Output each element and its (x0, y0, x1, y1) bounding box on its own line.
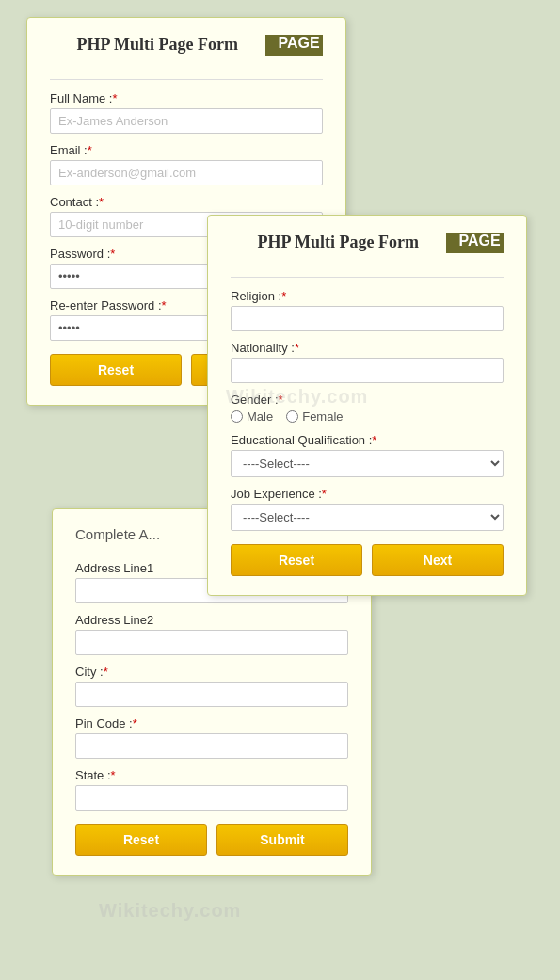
page2-next-button[interactable]: Next (372, 544, 504, 576)
gender-female-label[interactable]: Female (286, 410, 343, 424)
page3-reset-button[interactable]: Reset (75, 824, 207, 856)
jobexp-label: Job Experience :* (231, 487, 504, 501)
gender-female-radio[interactable] (286, 410, 298, 423)
education-label: Educational Qualification :* (231, 433, 504, 447)
page2-badge: PAGE 2 (446, 233, 504, 253)
state-label: State :* (75, 768, 348, 782)
page3-submit-button[interactable]: Submit (216, 824, 348, 856)
page2-card: PAGE 2 PHP Multi Page Form Religion :* N… (207, 215, 527, 596)
page3-buttons: Reset Submit (75, 824, 348, 856)
page1-badge: PAGE 1 (265, 35, 324, 56)
watermark-bottom: Wikitechy.com (99, 900, 241, 922)
email-input[interactable] (50, 160, 323, 185)
state-input[interactable] (75, 785, 348, 811)
email-group: Email :* (50, 143, 323, 185)
religion-input[interactable] (231, 306, 504, 331)
gender-options: Male Female (231, 410, 504, 424)
gender-label: Gender :* (231, 393, 504, 407)
fullname-input[interactable] (50, 108, 323, 134)
religion-label: Religion :* (231, 289, 504, 303)
address2-label: Address Line2 (75, 613, 348, 627)
jobexp-group: Job Experience :* ----Select---- (231, 487, 504, 531)
address2-input[interactable] (75, 630, 348, 655)
gender-male-label[interactable]: Male (231, 410, 273, 424)
jobexp-select[interactable]: ----Select---- (231, 504, 504, 531)
page2-reset-button[interactable]: Reset (231, 544, 362, 576)
nationality-group: Nationality :* (231, 341, 504, 383)
pincode-input[interactable] (75, 733, 348, 759)
fullname-label: Full Name :* (50, 91, 323, 105)
state-group: State :* (75, 768, 348, 811)
fullname-group: Full Name :* (50, 91, 323, 134)
pincode-label: Pin Code :* (75, 716, 348, 731)
nationality-input[interactable] (231, 358, 504, 383)
education-select[interactable]: ----Select---- (231, 450, 504, 477)
city-label: City :* (75, 665, 348, 679)
education-group: Educational Qualification :* ----Select-… (231, 433, 504, 477)
city-group: City :* (75, 665, 348, 707)
address2-group: Address Line2 (75, 613, 348, 655)
page2-buttons: Reset Next (231, 544, 504, 576)
gender-group: Gender :* Male Female (231, 393, 504, 424)
page1-reset-button[interactable]: Reset (50, 354, 182, 386)
pincode-group: Pin Code :* (75, 716, 348, 759)
religion-group: Religion :* (231, 289, 504, 331)
gender-male-radio[interactable] (231, 410, 243, 423)
city-input[interactable] (75, 682, 348, 707)
email-label: Email :* (50, 143, 323, 157)
contact-label: Contact :* (50, 195, 323, 209)
nationality-label: Nationality :* (231, 341, 504, 355)
